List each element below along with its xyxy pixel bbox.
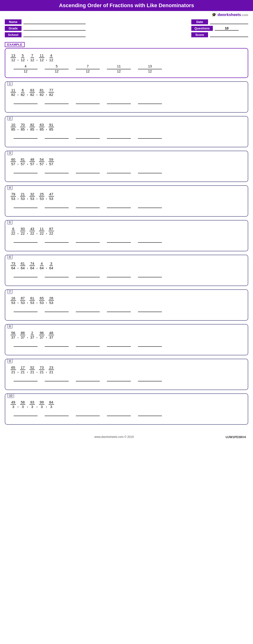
q10-answer-blank-1[interactable]: [10, 411, 41, 420]
worksheet-code: UJW1PD38V4: [226, 435, 246, 439]
q9-answer-blank-3[interactable]: [72, 376, 103, 386]
q10-answer-blank-4[interactable]: [103, 411, 134, 420]
q2-answer-blank-2[interactable]: [41, 134, 72, 143]
q6-frac-1: 7364: [10, 262, 16, 270]
info-section: Name Grade School Date Questions 10 Scor…: [0, 18, 253, 40]
page-title: Ascending Order of Fractions with Like D…: [2, 2, 250, 8]
answer-row-6: [10, 272, 243, 282]
q2-frac-1: 1085: [10, 123, 16, 131]
q10-answer-blank-5[interactable]: [134, 411, 166, 420]
q7-answer-blank-5[interactable]: [134, 307, 166, 316]
name-field[interactable]: [24, 20, 86, 24]
answer-row-7: [10, 307, 243, 316]
example-frac-2: 512: [20, 53, 26, 62]
question-number-5: 5: [7, 220, 13, 224]
q6-answer-blank-5[interactable]: [134, 272, 166, 282]
q8-answer-blank-2[interactable]: [41, 342, 72, 351]
q8-answer-blank-5[interactable]: [134, 342, 166, 351]
q6-answer-blank-2[interactable]: [41, 272, 72, 282]
q6-frac-2: 6164: [20, 262, 26, 270]
q2-answer-blank-3[interactable]: [72, 134, 103, 143]
answer-row-10: [10, 411, 243, 420]
q8-frac-3: 237: [30, 331, 35, 339]
example-box: 1312 , 512 , 712 , 1112 , 412 4 12 5: [5, 48, 248, 78]
q2-answer-blank-5[interactable]: [134, 134, 166, 143]
example-frac-5: 412: [48, 53, 54, 62]
score-field[interactable]: [210, 33, 248, 37]
q4-answer-blank-3[interactable]: [72, 203, 103, 212]
q10-answer-blank-3[interactable]: [72, 411, 103, 420]
example-ans-5: 13 12: [134, 64, 166, 74]
q5-answer-blank-4[interactable]: [103, 238, 134, 247]
q5-frac-1: 622: [10, 227, 16, 235]
question-box-1: 11182,682,6382,8182,7782: [5, 81, 248, 113]
q8-answer-blank-1[interactable]: [10, 342, 41, 351]
q4-answer-blank-2[interactable]: [41, 203, 72, 212]
q9-answer-blank-5[interactable]: [134, 376, 166, 386]
q9-answer-blank-1[interactable]: [10, 376, 41, 386]
q7-answer-blank-4[interactable]: [103, 307, 134, 316]
q1-answer-blank-2[interactable]: [41, 99, 72, 108]
date-field[interactable]: [210, 20, 248, 24]
q6-answer-blank-1[interactable]: [10, 272, 41, 282]
q2-answer-blank-4[interactable]: [103, 134, 134, 143]
answer-row-8: [10, 342, 243, 351]
q8-answer-blank-3[interactable]: [72, 342, 103, 351]
q5-answer-blank-5[interactable]: [134, 238, 166, 247]
q6-frac-5: 364: [48, 262, 54, 270]
q4-answer-blank-4[interactable]: [103, 203, 134, 212]
q1-frac-5: 7782: [48, 88, 54, 96]
q1-answer-blank-1[interactable]: [10, 99, 41, 108]
q9-answer-blank-4[interactable]: [103, 376, 134, 386]
answer-row-5: [10, 238, 243, 247]
q5-answer-blank-2[interactable]: [41, 238, 72, 247]
q4-frac-4: 2553: [39, 192, 44, 201]
q1-frac-1: 1182: [10, 88, 16, 96]
q3-answer-blank-4[interactable]: [103, 168, 134, 178]
q3-answer-blank-2[interactable]: [41, 168, 72, 178]
q2-answer-blank-1[interactable]: [10, 134, 41, 143]
q1-frac-4: 8182: [39, 88, 44, 96]
q6-frac-3: 7464: [30, 262, 35, 270]
example-frac-1: 1312: [10, 53, 16, 62]
q5-answer-blank-1[interactable]: [10, 238, 41, 247]
q3-answer-blank-1[interactable]: [10, 168, 41, 178]
q9-frac-5: 2321: [48, 366, 54, 374]
question-number-6: 6: [7, 255, 13, 259]
q10-frac-2: 583: [20, 400, 26, 409]
grade-field[interactable]: [24, 26, 86, 30]
q10-answer-blank-2[interactable]: [41, 411, 72, 420]
q4-answer-blank-5[interactable]: [134, 203, 166, 212]
q4-answer-blank-1[interactable]: [10, 203, 41, 212]
q1-answer-blank-3[interactable]: [72, 99, 103, 108]
q2-frac-4: 6385: [39, 123, 44, 131]
q8-answer-blank-4[interactable]: [103, 342, 134, 351]
logo: 🎓 dworksheets.com: [212, 12, 248, 17]
q9-answer-blank-2[interactable]: [41, 376, 72, 386]
q3-answer-blank-5[interactable]: [134, 168, 166, 178]
info-left: Name Grade School: [5, 19, 86, 37]
q6-answer-blank-3[interactable]: [72, 272, 103, 282]
footer: UJW1PD38V4 www.dworksheets.com © 2019: [0, 433, 253, 441]
q5-frac-2: 9322: [20, 227, 26, 235]
q3-answer-blank-3[interactable]: [72, 168, 103, 178]
q5-answer-blank-3[interactable]: [72, 238, 103, 247]
school-field[interactable]: [24, 33, 86, 37]
q9-frac-2: 1721: [20, 366, 26, 374]
q3-frac-2: 8157: [20, 157, 26, 166]
q3-frac-1: 6057: [10, 157, 16, 166]
questions-container: 11182,682,6382,8182,7782 21085,7085,8285…: [5, 81, 248, 425]
q1-answer-blank-5[interactable]: [134, 99, 166, 108]
question-box-10: 10493,583,933,993,843: [5, 394, 248, 425]
q7-answer-blank-1[interactable]: [10, 307, 41, 316]
q1-answer-blank-4[interactable]: [103, 99, 134, 108]
q7-answer-blank-3[interactable]: [72, 307, 103, 316]
q6-answer-blank-4[interactable]: [103, 272, 134, 282]
fractions-row-5: 622,9322,4322,1122,8722: [10, 227, 243, 235]
q7-answer-blank-2[interactable]: [41, 307, 72, 316]
fractions-row-10: 493,583,933,993,843: [10, 400, 243, 409]
q9-frac-1: 6521: [10, 366, 16, 374]
q6-frac-4: 464: [39, 262, 44, 270]
answer-row-1: [10, 99, 243, 108]
question-number-8: 8: [7, 324, 13, 328]
